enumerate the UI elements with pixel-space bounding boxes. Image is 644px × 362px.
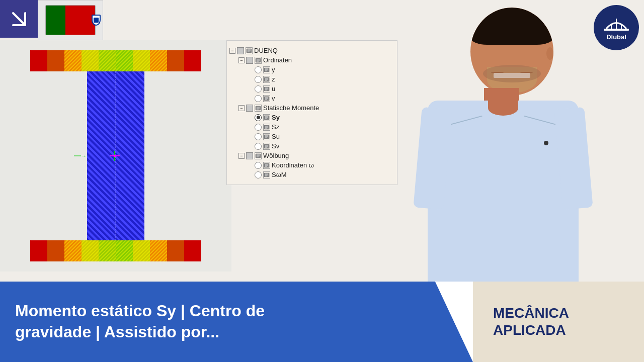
tree-node-icon — [263, 143, 270, 150]
bottom-bar: Momento estático Sy | Centro de gravidad… — [0, 282, 644, 362]
tree-expand-icon[interactable]: − — [238, 57, 245, 63]
tree-node-icon — [263, 133, 270, 140]
tree-node-icon — [246, 47, 253, 54]
tree-node-label: SωM — [272, 171, 287, 178]
presenter-area — [342, 0, 594, 282]
tree-node-icon — [255, 57, 262, 64]
tree-expand-icon[interactable]: − — [238, 105, 245, 111]
microphone — [544, 141, 548, 145]
bottom-right-section: MECÂNICA APLICADA — [473, 282, 644, 362]
tree-node-icon — [263, 85, 270, 93]
tree-checkbox[interactable] — [237, 47, 244, 54]
top-flange — [30, 50, 201, 71]
person-hair — [470, 8, 553, 45]
tree-node-icon — [263, 162, 270, 169]
tree-node-icon — [263, 95, 270, 102]
tree-expand-icon[interactable]: − — [229, 48, 235, 54]
tree-node-icon — [263, 171, 270, 178]
dlubal-logo: Dlubal — [594, 5, 639, 50]
person-ear — [546, 47, 553, 60]
web-area — [30, 71, 201, 240]
tree-checkbox[interactable] — [246, 105, 253, 112]
tree-node-label: Statische Momente — [263, 104, 319, 112]
web-right-space — [144, 71, 201, 240]
tree-checkbox[interactable] — [246, 152, 253, 159]
tree-radio[interactable] — [255, 76, 262, 83]
subject-line2: APLICADA — [493, 322, 569, 339]
title-line2: gravidade | Assistido por... — [15, 322, 458, 343]
dlubal-logo-text: Dlubal — [606, 33, 626, 41]
title-line1: Momento estático Sy | Centro de — [15, 301, 458, 322]
video-title: Momento estático Sy | Centro de gravidad… — [15, 301, 458, 342]
tree-node-label: z — [272, 75, 275, 83]
svg-rect-0 — [604, 29, 629, 31]
tree-node-label: Sz — [272, 123, 279, 131]
tree-radio[interactable] — [255, 95, 262, 102]
tree-node-icon — [263, 76, 270, 83]
ibeam-visualization: → — [0, 40, 231, 272]
tree-node-label: Wölbung — [263, 152, 289, 159]
tree-radio[interactable] — [255, 143, 262, 150]
person-head — [470, 8, 553, 96]
tree-radio[interactable] — [255, 162, 262, 169]
tree-node-label: u — [272, 85, 275, 93]
tree-node-label: DUENQ — [254, 47, 278, 54]
tree-radio[interactable] — [255, 171, 262, 178]
tree-node-icon — [255, 152, 262, 159]
tree-node-icon — [255, 105, 262, 112]
tree-radio[interactable] — [255, 124, 262, 131]
tree-node-icon — [263, 66, 270, 73]
tree-checkbox[interactable] — [246, 57, 253, 64]
tree-node-label: Su — [272, 133, 280, 140]
tree-radio[interactable] — [255, 85, 262, 93]
centroid-marker — [110, 151, 120, 161]
person-beard — [483, 65, 541, 82]
tree-node-label: Sy — [272, 114, 280, 121]
tree-radio[interactable] — [255, 114, 262, 121]
web — [87, 71, 144, 240]
tree-expand-icon[interactable]: − — [238, 153, 245, 159]
tree-node-label: Koordinaten ω — [272, 161, 314, 169]
tree-node-icon — [263, 114, 270, 121]
subject-label: MECÂNICA APLICADA — [493, 305, 569, 338]
bottom-flange — [30, 240, 201, 261]
main-content-area: Dlubal — [0, 0, 644, 282]
tree-node-label: Sv — [272, 142, 279, 150]
tree-radio[interactable] — [255, 66, 262, 73]
language-flag[interactable] — [38, 0, 103, 40]
bottom-left-section: Momento estático Sy | Centro de gravidad… — [0, 282, 473, 362]
back-arrow-button[interactable] — [0, 0, 38, 38]
tree-node-icon — [263, 124, 270, 131]
tree-node-label: y — [272, 66, 275, 73]
tree-node-label: v — [272, 95, 275, 102]
tree-radio[interactable] — [255, 133, 262, 140]
tree-node-label: Ordinaten — [263, 56, 292, 64]
portugal-flag — [45, 5, 96, 35]
subject-line1: MECÂNICA — [493, 305, 569, 322]
ibeam-shape — [30, 50, 201, 261]
